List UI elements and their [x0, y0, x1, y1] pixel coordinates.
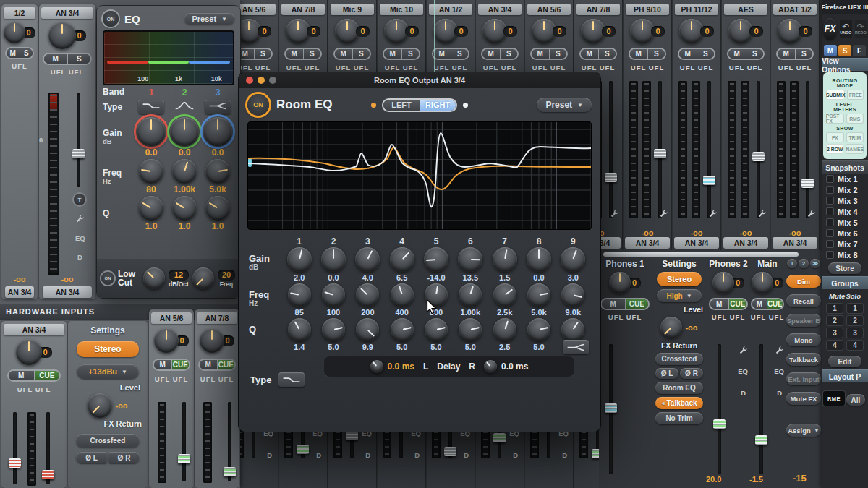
mute-button[interactable]: M: [154, 360, 171, 369]
solo-button[interactable]: S: [352, 49, 370, 59]
left-channel-button[interactable]: LEFT: [383, 100, 420, 111]
fader-handle[interactable]: [703, 176, 715, 185]
solo-button[interactable]: S: [746, 49, 764, 59]
crossfeed-button[interactable]: Crossfeed: [655, 353, 703, 365]
delay-right-knob[interactable]: [484, 360, 497, 373]
q-knob[interactable]: [205, 196, 230, 221]
dynamics-button[interactable]: D: [365, 451, 370, 459]
solo-button[interactable]: S: [254, 49, 272, 59]
wrench-icon[interactable]: [807, 209, 816, 218]
wrench-icon[interactable]: [757, 209, 767, 218]
freq-knob[interactable]: [205, 159, 230, 184]
snapshot-select-box[interactable]: [826, 229, 834, 237]
fader-handle[interactable]: [224, 467, 236, 476]
group-mute-1[interactable]: 1: [826, 303, 843, 314]
layout-presets-header[interactable]: Layout P: [822, 369, 868, 382]
solo-button[interactable]: S: [401, 49, 420, 59]
snapshots-header[interactable]: Snapshots: [822, 160, 868, 174]
snapshot-select-box[interactable]: [826, 251, 834, 259]
q-knob[interactable]: [561, 318, 584, 341]
tab-m[interactable]: M: [824, 45, 837, 56]
ext-input-button[interactable]: Ext. Input: [786, 372, 821, 385]
low-cut-freq-knob[interactable]: [192, 267, 214, 289]
band2-type-button[interactable]: [174, 100, 195, 114]
freq-knob[interactable]: [561, 283, 584, 307]
gain-knob[interactable]: [527, 247, 551, 272]
gain-knob[interactable]: [287, 247, 312, 272]
snapshot-mix-1[interactable]: Mix 1: [822, 174, 868, 184]
mute-button[interactable]: M: [532, 49, 549, 59]
crossfeed-button[interactable]: Crossfeed: [76, 434, 140, 448]
mute-button[interactable]: M: [581, 49, 598, 59]
freq-knob[interactable]: [459, 283, 482, 307]
eq-button[interactable]: EQ: [738, 367, 748, 375]
trim-button[interactable]: T: [74, 194, 85, 205]
fader-handle[interactable]: [605, 403, 617, 413]
band3-type-button[interactable]: [205, 100, 231, 114]
freq-knob[interactable]: [139, 159, 163, 184]
wrench-icon[interactable]: [739, 346, 748, 355]
view-option-free[interactable]: FREE: [847, 90, 864, 100]
group-solo-2[interactable]: 2: [846, 315, 864, 326]
gain-knob[interactable]: [200, 328, 224, 353]
assign-button[interactable]: Assign▼: [786, 424, 821, 437]
snapshot-mix-3[interactable]: Mix 3: [822, 195, 868, 206]
stereo-button[interactable]: Stereo: [657, 272, 702, 286]
view-option-trim[interactable]: TRIM: [846, 132, 864, 142]
mute-button[interactable]: M: [9, 371, 34, 380]
wrench-icon[interactable]: [659, 209, 668, 218]
mute-button[interactable]: M: [286, 49, 303, 59]
solo-button[interactable]: S: [500, 49, 518, 59]
q-knob[interactable]: [493, 318, 516, 341]
solo-button[interactable]: S: [20, 48, 33, 58]
fader-handle[interactable]: [444, 447, 456, 456]
view-option-post-fx[interactable]: POST FX: [826, 114, 844, 124]
snapshot-select-box[interactable]: [826, 197, 834, 205]
group-mute-4[interactable]: 4: [826, 340, 843, 351]
eq-preset-button[interactable]: Preset ▼: [184, 13, 234, 25]
eq-on-button[interactable]: ON: [103, 11, 119, 27]
q-knob[interactable]: [356, 318, 379, 341]
volume-knob[interactable]: [712, 272, 734, 294]
dynamics-button[interactable]: D: [777, 389, 782, 397]
solo-button[interactable]: S: [549, 49, 567, 59]
fader-handle[interactable]: [752, 152, 765, 161]
q-knob[interactable]: [139, 196, 163, 221]
fader-handle[interactable]: [297, 445, 309, 454]
gain-knob[interactable]: [154, 328, 179, 353]
gain-knob[interactable]: [321, 247, 346, 272]
mute-button[interactable]: M: [200, 360, 217, 369]
gain-knob[interactable]: [137, 117, 166, 146]
view-option-names[interactable]: NAMES: [846, 144, 864, 154]
fader-handle[interactable]: [42, 470, 54, 479]
delay-left-knob[interactable]: [370, 360, 383, 373]
view-option-2-row[interactable]: 2 ROW: [826, 144, 843, 154]
mute-button[interactable]: M: [384, 49, 401, 59]
zoom-button[interactable]: [269, 77, 276, 84]
fader-handle[interactable]: [654, 149, 666, 158]
q-knob[interactable]: [425, 318, 448, 341]
phase-right-button[interactable]: Ø R: [680, 368, 703, 379]
dim-button[interactable]: Dim: [786, 275, 821, 288]
dynamics-button[interactable]: D: [414, 451, 420, 459]
close-button[interactable]: [246, 77, 253, 84]
tab-f[interactable]: F: [853, 45, 866, 56]
group-solo-3[interactable]: 3: [846, 328, 864, 338]
solo-button[interactable]: S: [795, 49, 813, 59]
fader-handle[interactable]: [178, 454, 190, 463]
talkback-button[interactable]: ◂Talkback: [655, 397, 703, 409]
mute-button[interactable]: M: [602, 299, 625, 309]
snapshot-mix-4[interactable]: Mix 4: [822, 206, 868, 217]
wrench-icon[interactable]: [610, 209, 619, 218]
dynamics-button[interactable]: D: [316, 451, 321, 459]
dynamics-button[interactable]: D: [562, 451, 567, 459]
wrench-icon[interactable]: [708, 209, 718, 218]
dynamics-button[interactable]: D: [513, 451, 518, 459]
cue-button[interactable]: CUE: [171, 360, 190, 369]
minimize-button[interactable]: [258, 77, 265, 84]
snapshot-select-box[interactable]: [826, 240, 834, 248]
view-option-fx[interactable]: FX: [826, 132, 844, 142]
level-knob[interactable]: [660, 317, 682, 338]
speaker-b-button[interactable]: Speaker B: [786, 314, 821, 327]
fader-handle[interactable]: [605, 173, 617, 182]
